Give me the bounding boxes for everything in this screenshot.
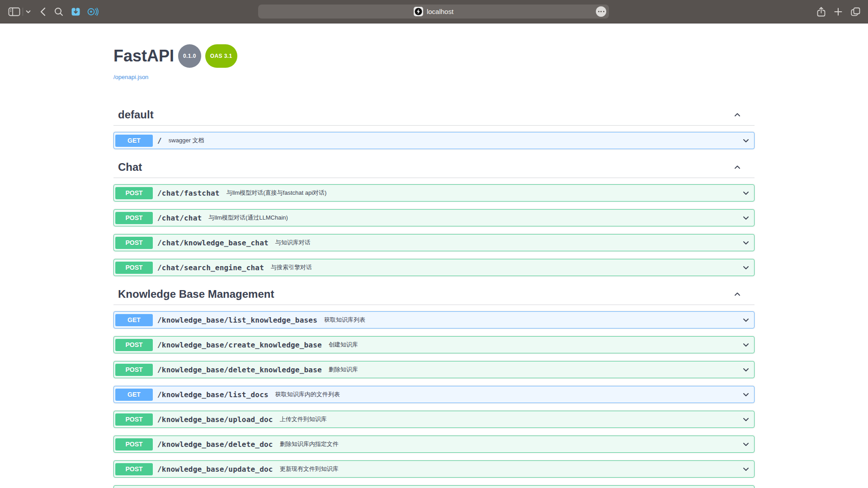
method-badge: POST [115,237,153,249]
endpoint-row[interactable]: POST/chat/chat与llm模型对话(通过LLMChain) [113,209,755,226]
endpoint-summary: 删除知识库内指定文件 [280,440,339,448]
openapi-spec-link[interactable]: /openapi.json [113,74,148,80]
endpoint-row[interactable]: GET/knowledge_base/list_knowledge_bases获… [113,311,755,328]
chevron-down-icon [741,213,750,222]
api-title-text: FastAPI [113,47,174,65]
endpoint-row[interactable]: GET/knowledge_base/list_docs获取知识库内的文件列表 [113,386,755,403]
toolbar-divider [23,8,23,16]
chevron-down-icon [741,390,750,399]
endpoint-path: /chat/chat [157,214,202,222]
chevron-down-icon [741,263,750,272]
back-icon[interactable] [40,7,46,16]
extension-flag-icon[interactable] [70,7,81,17]
address-text: localhost [427,8,453,15]
endpoint-summary: 与知识库对话 [275,239,311,247]
endpoint-row[interactable]: POST/chat/fastchat与llm模型对话(直接与fastchat a… [113,184,755,202]
endpoint-path: /knowledge_base/delete_doc [157,440,273,449]
chevron-down-icon [741,440,750,449]
method-badge: POST [115,187,153,199]
tab-overview-icon[interactable] [850,7,861,17]
section-header[interactable]: Chat [113,157,755,178]
address-bar[interactable]: localhost [258,5,609,19]
method-badge: POST [115,364,153,376]
swagger-ui: FastAPI0.1.0OAS 3.1 /openapi.json defaul… [113,23,755,488]
method-badge: POST [115,339,153,351]
chevron-down-icon[interactable] [26,10,31,14]
chevron-up-icon [733,290,742,299]
chevron-down-icon [741,465,750,474]
endpoint-summary: 删除知识库 [329,366,358,374]
section-title: Chat [118,161,733,173]
endpoint-summary: 与llm模型对话(通过LLMChain) [208,214,288,222]
sidebar-icon[interactable] [8,7,20,17]
new-tab-icon[interactable] [833,7,843,17]
sections-container: defaultGET/swagger 文档ChatPOST/chat/fastc… [113,104,755,488]
endpoint-row[interactable]: POST/knowledge_base/update_doc更新现有文件到知识库 [113,460,755,478]
method-badge: POST [115,262,153,274]
endpoint-path: /knowledge_base/update_doc [157,465,273,474]
chevron-down-icon [741,340,750,349]
endpoint-row[interactable]: POST/knowledge_base/upload_doc上传文件到知识库 [113,411,755,428]
section-title: Knowledge Base Management [118,288,733,300]
endpoint-summary: 更新现有文件到知识库 [280,465,339,473]
endpoint-summary: 与搜索引擎对话 [271,263,312,272]
chevron-down-icon [741,365,750,374]
endpoint-row[interactable]: GET/swagger 文档 [113,132,755,149]
method-badge: POST [115,413,153,426]
endpoint-row[interactable]: POST/knowledge_base/create_knowledge_bas… [113,336,755,353]
endpoint-summary: swagger 文档 [169,136,204,145]
api-info: FastAPI0.1.0OAS 3.1 /openapi.json [113,23,755,81]
method-badge: POST [115,463,153,475]
endpoint-row[interactable]: POST/knowledge_base/delete_knowledge_bas… [113,361,755,378]
endpoint-path: /knowledge_base/list_knowledge_bases [157,316,317,324]
endpoint-path: /knowledge_base/upload_doc [157,415,273,424]
version-badge: 0.1.0 [178,44,201,68]
endpoint-summary: 获取知识库列表 [324,316,365,324]
share-icon[interactable] [816,6,826,17]
endpoint-row[interactable]: POST/knowledge_base/delete_doc删除知识库内指定文件 [113,436,755,453]
operations-list: GET/swagger 文档 [113,126,755,149]
section-header[interactable]: Knowledge Base Management [113,284,755,305]
search-icon[interactable] [54,7,64,17]
endpoint-summary: 创建知识库 [329,341,358,349]
endpoint-path: /chat/fastchat [157,189,220,197]
endpoint-row[interactable]: POST/chat/knowledge_base_chat与知识库对话 [113,234,755,251]
oas-badge: OAS 3.1 [205,44,237,68]
endpoint-path: /chat/knowledge_base_chat [157,239,269,247]
browser-toolbar: localhost [0,0,868,23]
endpoint-path: /chat/search_engine_chat [157,263,264,272]
api-section: Knowledge Base ManagementGET/knowledge_b… [113,284,755,488]
chevron-up-icon [733,163,742,172]
endpoint-summary: 与llm模型对话(直接与fastchat api对话) [226,189,327,197]
api-section: defaultGET/swagger 文档 [113,104,755,149]
endpoint-summary: 上传文件到知识库 [280,415,327,423]
section-header[interactable]: default [113,104,755,126]
endpoint-path: /knowledge_base/create_knowledge_base [157,341,322,349]
site-favicon-lightning-bolt-icon [414,7,423,16]
method-badge: POST [115,212,153,224]
endpoint-summary: 获取知识库内的文件列表 [275,390,340,399]
endpoint-path: /knowledge_base/delete_knowledge_base [157,366,322,374]
method-badge: GET [115,389,153,401]
chevron-down-icon [741,238,750,247]
api-section: ChatPOST/chat/fastchat与llm模型对话(直接与fastch… [113,157,755,276]
chevron-up-icon [733,110,742,119]
operations-list: POST/chat/fastchat与llm模型对话(直接与fastchat a… [113,178,755,276]
section-title: default [118,109,733,121]
method-badge: POST [115,438,153,450]
method-badge: GET [115,314,153,326]
endpoint-row[interactable]: POST/chat/search_engine_chat与搜索引擎对话 [113,259,755,276]
endpoint-row[interactable]: POST/knowledge_base/recreate_vector_stor… [113,485,755,488]
method-badge: GET [115,135,153,147]
chevron-down-icon [741,136,750,145]
endpoint-path: /knowledge_base/list_docs [157,390,269,399]
page-title: FastAPI0.1.0OAS 3.1 [113,46,755,71]
chevron-down-icon [741,315,750,324]
extension-ripple-icon[interactable] [87,7,99,17]
endpoint-path: / [157,136,162,145]
operations-list: GET/knowledge_base/list_knowledge_bases获… [113,305,755,488]
chevron-down-icon [741,415,750,424]
ellipsis-icon[interactable] [596,6,606,17]
chevron-down-icon [741,188,750,197]
